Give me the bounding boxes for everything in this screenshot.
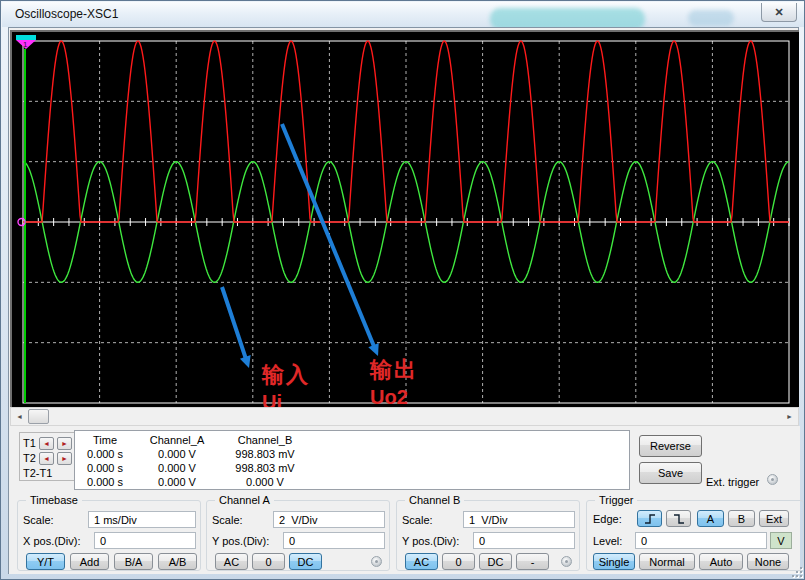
timebase-xpos-field[interactable]: 0 xyxy=(94,532,196,549)
t2-row: T2 ◄ ► xyxy=(23,451,72,465)
t2-left-button[interactable]: ◄ xyxy=(39,452,54,465)
title-bar[interactable]: Oscilloscope-XSC1 ✕ xyxy=(2,2,805,27)
channel-b-zero-button[interactable]: 0 xyxy=(442,553,475,570)
t2-right-button[interactable]: ► xyxy=(57,452,72,465)
channel-a-zero-button[interactable]: 0 xyxy=(252,553,285,570)
channel-a-scale-label: Scale: xyxy=(212,514,243,526)
trigger-edge-label: Edge: xyxy=(593,513,622,525)
timebase-group: Timebase Scale: 1 ms/Div X pos.(Div): 0 … xyxy=(17,500,201,571)
trigger-level-unit[interactable]: V xyxy=(770,532,792,549)
readout-panel: T1 ◄ ► T2 ◄ ► T2-T1 Time Channel_A Chann… xyxy=(9,426,800,494)
channel-b-title: Channel B xyxy=(405,494,464,506)
channel-a-ypos-field[interactable]: 0 xyxy=(283,532,385,549)
channel-a-dc-button[interactable]: DC xyxy=(289,553,322,570)
t2-t1-channel-a: 0.000 V xyxy=(141,476,213,488)
channel-a-led xyxy=(371,556,382,567)
t2-t1-row: T2-T1 xyxy=(23,466,52,480)
trigger-single-button[interactable]: Single xyxy=(593,553,635,570)
trigger-source-b-button[interactable]: B xyxy=(728,510,755,527)
channel-b-dc-button[interactable]: DC xyxy=(479,553,512,570)
client-area: 1 输入 Ui 输出 Uo2 ◄ ► T1 ◄ ► xyxy=(8,27,799,574)
close-icon: ✕ xyxy=(774,6,783,19)
column-header-channel-b: Channel_B xyxy=(217,434,313,446)
rising-edge-button[interactable] xyxy=(637,510,662,527)
t1-time: 0.000 s xyxy=(75,448,135,460)
column-header-channel-a: Channel_A xyxy=(141,434,213,446)
timebase-xpos-label: X pos.(Div): xyxy=(23,535,80,547)
channel-b-group: Channel B Scale: 1 V/Div Y pos.(Div): 0 … xyxy=(396,500,580,571)
t2-channel-a: 0.000 V xyxy=(141,462,213,474)
mode-yt-button[interactable]: Y/T xyxy=(26,553,65,570)
t2-time: 0.000 s xyxy=(75,462,135,474)
channel-b-scale-field[interactable]: 1 V/Div xyxy=(463,511,575,528)
t2-label: T2 xyxy=(23,452,36,464)
channel-b-ac-button[interactable]: AC xyxy=(405,553,438,570)
t2-t1-label: T2-T1 xyxy=(23,467,52,479)
trigger-title: Trigger xyxy=(595,494,637,506)
right-arrow-icon: ► xyxy=(786,413,793,420)
channel-b-scale-label: Scale: xyxy=(402,514,433,526)
channel-a-ypos-label: Y pos.(Div): xyxy=(212,535,269,547)
svg-text:1: 1 xyxy=(23,40,28,49)
oscilloscope-window: Oscilloscope-XSC1 ✕ 1 输入 Ui 输出 Uo2 ◄ ► xyxy=(0,0,805,580)
trigger-level-label: Level: xyxy=(593,535,622,547)
t1-row: T1 ◄ ► xyxy=(23,436,72,450)
channel-b-minus-button[interactable]: - xyxy=(516,553,549,570)
ext-trigger-label: Ext. trigger xyxy=(706,476,759,488)
trigger-level-field[interactable]: 0 xyxy=(635,532,767,549)
t1-channel-b: 998.803 mV xyxy=(217,448,313,460)
mode-add-button[interactable]: Add xyxy=(70,553,109,570)
channel-b-ypos-field[interactable]: 0 xyxy=(473,532,575,549)
trigger-source-a-button[interactable]: A xyxy=(697,510,724,527)
save-button[interactable]: Save xyxy=(639,462,702,484)
measurement-readout: Time Channel_A Channel_B 0.000 s 0.000 V… xyxy=(74,430,630,490)
t1-channel-a: 0.000 V xyxy=(141,448,213,460)
rising-edge-icon xyxy=(643,513,657,525)
reverse-button[interactable]: Reverse xyxy=(639,435,702,457)
channel-a-group: Channel A Scale: 2 V/Div Y pos.(Div): 0 … xyxy=(206,500,390,571)
t1-right-button[interactable]: ► xyxy=(57,437,72,450)
scrollbar-right-arrow[interactable]: ► xyxy=(781,408,798,425)
scope-display[interactable]: 1 输入 Ui 输出 Uo2 xyxy=(10,30,799,407)
cursor-control-box: T1 ◄ ► T2 ◄ ► T2-T1 xyxy=(19,432,77,481)
resize-grip[interactable] xyxy=(788,563,802,577)
close-button[interactable]: ✕ xyxy=(761,3,797,22)
controls-panel: Timebase Scale: 1 ms/Div X pos.(Div): 0 … xyxy=(9,494,800,574)
falling-edge-button[interactable] xyxy=(666,510,691,527)
t2-t1-time: 0.000 s xyxy=(75,476,135,488)
column-header-time: Time xyxy=(75,434,135,446)
right-arrow-icon: ► xyxy=(61,455,68,462)
channel-b-led xyxy=(561,556,572,567)
timebase-scale-label: Scale: xyxy=(23,514,54,526)
scrollbar-left-arrow[interactable]: ◄ xyxy=(11,408,28,425)
scrollbar-thumb[interactable] xyxy=(28,409,49,424)
right-arrow-icon: ► xyxy=(61,440,68,447)
waveform-plot[interactable]: 1 xyxy=(12,32,799,407)
falling-edge-icon xyxy=(672,513,686,525)
trigger-none-button[interactable]: None xyxy=(747,553,789,570)
channel-a-scale-field[interactable]: 2 V/Div xyxy=(273,511,385,528)
t2-t1-channel-b: 0.000 V xyxy=(217,476,313,488)
left-arrow-icon: ◄ xyxy=(16,413,23,420)
trigger-auto-button[interactable]: Auto xyxy=(699,553,743,570)
mode-ba-button[interactable]: B/A xyxy=(114,553,153,570)
t1-label: T1 xyxy=(23,437,36,449)
annotation-output-label: 输出 Uo2 xyxy=(370,358,418,407)
trigger-normal-button[interactable]: Normal xyxy=(639,553,695,570)
left-arrow-icon: ◄ xyxy=(43,455,50,462)
window-title: Oscilloscope-XSC1 xyxy=(15,7,118,21)
t1-left-button[interactable]: ◄ xyxy=(39,437,54,450)
t2-channel-b: 998.803 mV xyxy=(217,462,313,474)
scope-hscrollbar[interactable]: ◄ ► xyxy=(10,407,799,426)
annotation-input-label: 输入 Ui xyxy=(262,363,310,407)
timebase-scale-field[interactable]: 1 ms/Div xyxy=(88,511,196,528)
left-arrow-icon: ◄ xyxy=(43,440,50,447)
trigger-source-ext-button[interactable]: Ext xyxy=(759,510,789,527)
mode-ab-button[interactable]: A/B xyxy=(158,553,197,570)
ext-trigger-led xyxy=(767,474,778,485)
channel-a-title: Channel A xyxy=(215,494,274,506)
timebase-title: Timebase xyxy=(26,494,82,506)
channel-a-ac-button[interactable]: AC xyxy=(215,553,248,570)
trigger-group: Trigger Edge: A B Ext Level: 0 V Single … xyxy=(586,500,804,571)
aero-glass-reflection xyxy=(688,10,734,26)
